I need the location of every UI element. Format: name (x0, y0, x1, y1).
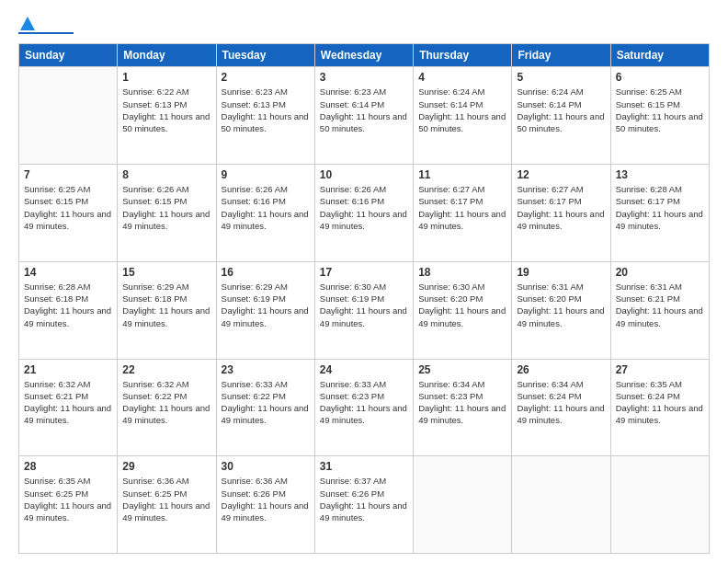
calendar-cell: 27Sunrise: 6:35 AM Sunset: 6:24 PM Dayli… (610, 359, 709, 456)
col-header-thursday: Thursday (414, 44, 512, 67)
calendar-cell (512, 456, 610, 554)
day-number: 11 (418, 168, 506, 181)
day-info: Sunrise: 6:28 AM Sunset: 6:18 PM Dayligh… (24, 281, 112, 329)
col-header-sunday: Sunday (19, 44, 118, 67)
day-info: Sunrise: 6:36 AM Sunset: 6:25 PM Dayligh… (122, 475, 210, 523)
day-number: 23 (222, 363, 310, 376)
day-number: 15 (122, 266, 210, 279)
day-info: Sunrise: 6:25 AM Sunset: 6:15 PM Dayligh… (24, 183, 112, 232)
day-number: 31 (320, 460, 408, 473)
calendar-cell: 22Sunrise: 6:32 AM Sunset: 6:22 PM Dayli… (118, 359, 216, 456)
day-number: 2 (222, 71, 310, 84)
day-info: Sunrise: 6:34 AM Sunset: 6:23 PM Dayligh… (418, 378, 506, 427)
calendar-header-row: SundayMondayTuesdayWednesdayThursdayFrid… (19, 44, 710, 67)
svg-marker-0 (20, 17, 35, 30)
day-info: Sunrise: 6:36 AM Sunset: 6:26 PM Dayligh… (222, 475, 310, 523)
logo-line (18, 32, 74, 34)
week-row-1: 1Sunrise: 6:22 AM Sunset: 6:13 PM Daylig… (19, 67, 710, 165)
day-info: Sunrise: 6:31 AM Sunset: 6:21 PM Dayligh… (616, 281, 704, 329)
day-info: Sunrise: 6:37 AM Sunset: 6:26 PM Dayligh… (320, 475, 408, 523)
calendar-cell: 21Sunrise: 6:32 AM Sunset: 6:21 PM Dayli… (19, 359, 118, 456)
day-number: 27 (616, 363, 704, 376)
day-number: 14 (24, 266, 112, 279)
day-info: Sunrise: 6:30 AM Sunset: 6:20 PM Dayligh… (418, 281, 506, 329)
header (18, 15, 710, 34)
day-info: Sunrise: 6:24 AM Sunset: 6:14 PM Dayligh… (418, 86, 506, 134)
day-number: 22 (122, 363, 210, 376)
day-number: 17 (320, 266, 408, 279)
day-info: Sunrise: 6:32 AM Sunset: 6:22 PM Dayligh… (122, 378, 210, 427)
day-number: 5 (517, 71, 605, 84)
week-row-2: 7Sunrise: 6:25 AM Sunset: 6:15 PM Daylig… (19, 165, 710, 262)
calendar-cell: 20Sunrise: 6:31 AM Sunset: 6:21 PM Dayli… (610, 261, 709, 359)
day-info: Sunrise: 6:35 AM Sunset: 6:25 PM Dayligh… (24, 475, 112, 523)
day-info: Sunrise: 6:27 AM Sunset: 6:17 PM Dayligh… (418, 183, 506, 232)
calendar-cell: 30Sunrise: 6:36 AM Sunset: 6:26 PM Dayli… (216, 456, 314, 554)
day-number: 10 (320, 168, 408, 181)
day-info: Sunrise: 6:35 AM Sunset: 6:24 PM Dayligh… (616, 378, 704, 427)
day-info: Sunrise: 6:32 AM Sunset: 6:21 PM Dayligh… (24, 378, 112, 427)
day-number: 19 (517, 266, 605, 279)
day-number: 26 (517, 363, 605, 376)
day-info: Sunrise: 6:26 AM Sunset: 6:16 PM Dayligh… (222, 183, 310, 232)
day-number: 9 (222, 168, 310, 181)
day-number: 18 (418, 266, 506, 279)
calendar-cell: 28Sunrise: 6:35 AM Sunset: 6:25 PM Dayli… (19, 456, 118, 554)
col-header-monday: Monday (118, 44, 216, 67)
calendar-cell: 11Sunrise: 6:27 AM Sunset: 6:17 PM Dayli… (414, 165, 512, 262)
logo-text (18, 15, 37, 32)
calendar-cell: 31Sunrise: 6:37 AM Sunset: 6:26 PM Dayli… (314, 456, 413, 554)
day-info: Sunrise: 6:33 AM Sunset: 6:23 PM Dayligh… (320, 378, 408, 427)
day-info: Sunrise: 6:22 AM Sunset: 6:13 PM Dayligh… (122, 86, 210, 134)
week-row-4: 21Sunrise: 6:32 AM Sunset: 6:21 PM Dayli… (19, 359, 710, 456)
day-info: Sunrise: 6:30 AM Sunset: 6:19 PM Dayligh… (320, 281, 408, 329)
day-info: Sunrise: 6:34 AM Sunset: 6:24 PM Dayligh… (517, 378, 605, 427)
day-number: 30 (222, 460, 310, 473)
calendar-cell: 26Sunrise: 6:34 AM Sunset: 6:24 PM Dayli… (512, 359, 610, 456)
day-info: Sunrise: 6:33 AM Sunset: 6:22 PM Dayligh… (222, 378, 310, 427)
calendar-cell: 5Sunrise: 6:24 AM Sunset: 6:14 PM Daylig… (512, 67, 610, 165)
calendar-cell: 18Sunrise: 6:30 AM Sunset: 6:20 PM Dayli… (414, 261, 512, 359)
day-number: 7 (24, 168, 112, 181)
day-number: 28 (24, 460, 112, 473)
day-info: Sunrise: 6:25 AM Sunset: 6:15 PM Dayligh… (616, 86, 704, 134)
day-info: Sunrise: 6:29 AM Sunset: 6:19 PM Dayligh… (222, 281, 310, 329)
calendar-cell: 4Sunrise: 6:24 AM Sunset: 6:14 PM Daylig… (414, 67, 512, 165)
calendar-cell: 12Sunrise: 6:27 AM Sunset: 6:17 PM Dayli… (512, 165, 610, 262)
calendar-cell: 17Sunrise: 6:30 AM Sunset: 6:19 PM Dayli… (314, 261, 413, 359)
calendar-cell: 25Sunrise: 6:34 AM Sunset: 6:23 PM Dayli… (414, 359, 512, 456)
calendar-cell: 10Sunrise: 6:26 AM Sunset: 6:16 PM Dayli… (314, 165, 413, 262)
day-info: Sunrise: 6:26 AM Sunset: 6:15 PM Dayligh… (122, 183, 210, 232)
day-info: Sunrise: 6:27 AM Sunset: 6:17 PM Dayligh… (517, 183, 605, 232)
day-number: 6 (616, 71, 704, 84)
calendar-cell: 15Sunrise: 6:29 AM Sunset: 6:18 PM Dayli… (118, 261, 216, 359)
day-info: Sunrise: 6:28 AM Sunset: 6:17 PM Dayligh… (616, 183, 704, 232)
page: SundayMondayTuesdayWednesdayThursdayFrid… (0, 0, 728, 563)
week-row-5: 28Sunrise: 6:35 AM Sunset: 6:25 PM Dayli… (19, 456, 710, 554)
day-number: 24 (320, 363, 408, 376)
calendar-cell (19, 67, 118, 165)
day-number: 16 (222, 266, 310, 279)
day-number: 20 (616, 266, 704, 279)
day-number: 3 (320, 71, 408, 84)
calendar-cell: 14Sunrise: 6:28 AM Sunset: 6:18 PM Dayli… (19, 261, 118, 359)
calendar-cell: 23Sunrise: 6:33 AM Sunset: 6:22 PM Dayli… (216, 359, 314, 456)
calendar-cell: 7Sunrise: 6:25 AM Sunset: 6:15 PM Daylig… (19, 165, 118, 262)
col-header-wednesday: Wednesday (314, 44, 413, 67)
logo (18, 15, 74, 34)
day-number: 25 (418, 363, 506, 376)
calendar-table: SundayMondayTuesdayWednesdayThursdayFrid… (18, 43, 710, 554)
day-info: Sunrise: 6:31 AM Sunset: 6:20 PM Dayligh… (517, 281, 605, 329)
col-header-friday: Friday (512, 44, 610, 67)
day-number: 29 (122, 460, 210, 473)
calendar-cell (610, 456, 709, 554)
day-info: Sunrise: 6:26 AM Sunset: 6:16 PM Dayligh… (320, 183, 408, 232)
calendar-cell: 13Sunrise: 6:28 AM Sunset: 6:17 PM Dayli… (610, 165, 709, 262)
calendar-cell: 24Sunrise: 6:33 AM Sunset: 6:23 PM Dayli… (314, 359, 413, 456)
day-number: 21 (24, 363, 112, 376)
calendar-cell: 9Sunrise: 6:26 AM Sunset: 6:16 PM Daylig… (216, 165, 314, 262)
col-header-tuesday: Tuesday (216, 44, 314, 67)
col-header-saturday: Saturday (610, 44, 709, 67)
calendar-cell: 2Sunrise: 6:23 AM Sunset: 6:13 PM Daylig… (216, 67, 314, 165)
calendar-cell: 1Sunrise: 6:22 AM Sunset: 6:13 PM Daylig… (118, 67, 216, 165)
